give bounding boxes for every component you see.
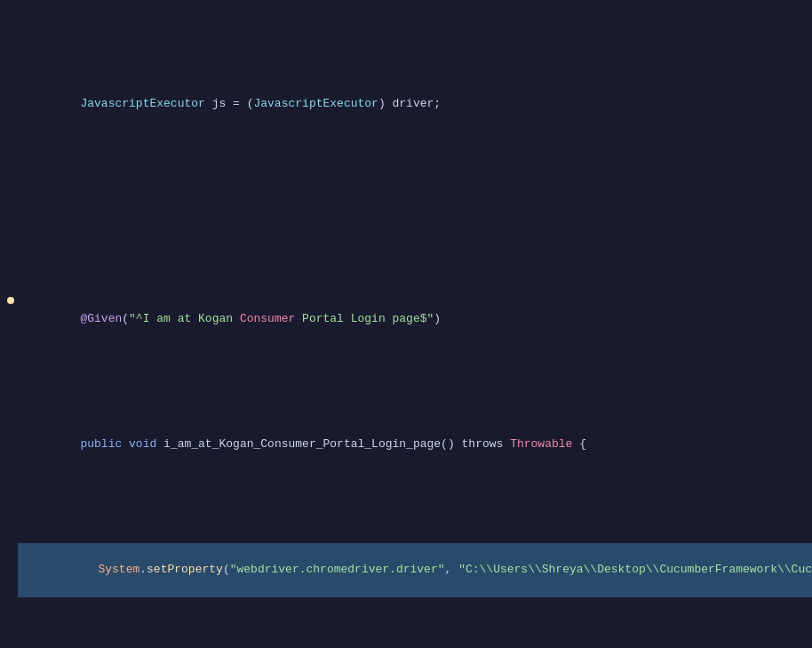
code-line-given-1: @Given("^I am at Kogan Consumer Portal L…	[18, 292, 812, 346]
code-line-method-1: public void i_am_at_Kogan_Consumer_Porta…	[18, 418, 812, 471]
code-line-blank-1	[18, 203, 812, 221]
code-editor: JavascriptExecutor js = (JavascriptExecu…	[0, 0, 812, 648]
code-line-1: JavascriptExecutor js = (JavascriptExecu…	[18, 77, 812, 131]
code-content: JavascriptExecutor js = (JavascriptExecu…	[0, 0, 812, 648]
code-line-setproperty: System.setProperty("webdriver.chromedriv…	[18, 543, 812, 596]
dot-indicator-1	[7, 297, 14, 304]
token-type: JavascriptExecutor	[80, 97, 204, 110]
